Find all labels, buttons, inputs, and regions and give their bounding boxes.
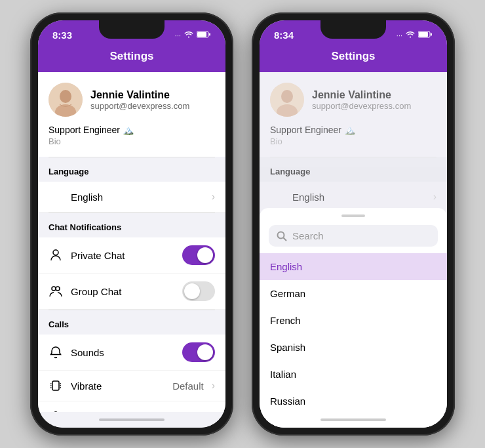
language-chevron-2: › — [433, 191, 436, 203]
home-indicator-1 — [99, 418, 165, 421]
home-bar-1 — [38, 412, 225, 428]
status-icons-1: ··· — [175, 31, 211, 39]
calls-label-1: Calls — [38, 310, 225, 335]
profile-section-2: Jennie Valintine support@devexpress.com … — [260, 72, 447, 157]
svg-point-23 — [281, 90, 293, 103]
phone-1: 8:33 ··· Settings — [30, 12, 233, 436]
notch — [99, 20, 165, 39]
search-icon — [277, 231, 287, 241]
signal-icon-2: ··· — [397, 31, 402, 39]
profile-email-2: support@devexpress.com — [312, 101, 411, 111]
vibrate-icon — [48, 378, 63, 393]
language-chevron-1: › — [212, 191, 215, 203]
svg-point-7 — [53, 192, 58, 202]
svg-rect-20 — [419, 32, 428, 37]
language-label-2: Language — [260, 157, 447, 182]
language-search-bar[interactable]: Search — [269, 225, 438, 247]
language-value-2: English — [292, 192, 425, 203]
profile-email-1: support@devexpress.com — [90, 101, 189, 111]
language-item-spanish[interactable]: Spanish — [260, 334, 447, 361]
dropdown-handle — [341, 214, 365, 217]
sounds-toggle[interactable] — [182, 342, 215, 362]
vibrate-row[interactable]: Vibrate Default › — [38, 371, 225, 401]
wifi-icon-2 — [406, 31, 415, 39]
avatar-2 — [270, 83, 304, 117]
battery-icon-2 — [418, 31, 433, 39]
profile-info-2: Jennie Valintine support@devexpress.com — [312, 89, 411, 111]
profile-role-2: Support Engineer 🏔️ — [270, 125, 436, 135]
svg-point-26 — [275, 192, 280, 202]
svg-point-6 — [50, 192, 61, 202]
search-placeholder: Search — [292, 230, 430, 241]
avatar-1 — [48, 83, 83, 117]
group-chat-label: Group Chat — [71, 286, 174, 297]
globe-icon-1 — [48, 190, 63, 204]
phone-2: 8:34 ··· Settings — [252, 12, 455, 436]
language-value-1: English — [71, 192, 204, 203]
app-header-1: Settings — [38, 46, 225, 72]
group-chat-toggle[interactable] — [182, 281, 215, 301]
status-time-1: 8:33 — [52, 30, 72, 41]
profile-bio-1: Bio — [48, 136, 215, 146]
private-chat-row: Private Chat — [38, 237, 225, 274]
status-icons-2: ··· — [397, 31, 433, 39]
bell-icon — [48, 345, 63, 359]
language-item-french[interactable]: French — [260, 307, 447, 334]
home-indicator-2 — [320, 418, 386, 421]
battery-icon — [197, 31, 211, 39]
svg-rect-21 — [431, 33, 432, 36]
profile-name-2: Jennie Valintine — [312, 89, 411, 101]
language-item-italian[interactable]: Italian — [260, 361, 447, 388]
status-time-2: 8:34 — [274, 30, 294, 41]
profile-section-1: Jennie Valintine support@devexpress.com … — [38, 72, 225, 157]
header-title-2: Settings — [331, 50, 375, 62]
svg-point-4 — [60, 90, 71, 103]
svg-line-31 — [284, 237, 287, 241]
notch-2 — [320, 20, 386, 39]
home-bar-2 — [260, 412, 447, 428]
language-label-1: Language — [38, 157, 225, 182]
svg-rect-11 — [52, 381, 59, 390]
profile-role-1: Support Engineer 🏔️ — [48, 125, 215, 135]
vibrate-value: Default — [172, 380, 204, 392]
sounds-label: Sounds — [71, 347, 174, 358]
private-chat-label: Private Chat — [71, 250, 174, 261]
svg-point-30 — [278, 232, 284, 238]
svg-rect-1 — [197, 32, 206, 37]
sounds-row: Sounds — [38, 335, 225, 371]
profile-bio-2: Bio — [270, 136, 436, 146]
language-item-english[interactable]: English — [260, 253, 447, 280]
private-chat-icon — [48, 248, 63, 262]
screen-content-1[interactable]: Jennie Valintine support@devexpress.com … — [38, 72, 225, 412]
vibrate-label: Vibrate — [71, 380, 165, 392]
private-chat-toggle[interactable] — [182, 245, 215, 265]
language-item-german[interactable]: German — [260, 280, 447, 307]
language-row-1[interactable]: English › — [38, 182, 225, 213]
svg-rect-2 — [209, 33, 210, 36]
blacklist-row[interactable]: Blacklist › — [38, 401, 225, 412]
wifi-icon — [184, 31, 193, 39]
globe-icon-2 — [270, 190, 284, 204]
svg-point-25 — [272, 192, 282, 202]
profile-info-1: Jennie Valintine support@devexpress.com — [90, 89, 189, 111]
language-item-russian[interactable]: Russian — [260, 388, 447, 415]
header-title-1: Settings — [109, 50, 153, 62]
language-dropdown[interactable]: Search English German French Spanish Ita… — [260, 208, 447, 428]
profile-name-1: Jennie Valintine — [90, 89, 189, 101]
group-chat-row: Group Chat — [38, 274, 225, 310]
group-chat-icon — [48, 284, 63, 298]
vibrate-chevron: › — [212, 380, 215, 392]
app-header-2: Settings — [260, 46, 447, 72]
chat-notif-label-1: Chat Notifications — [38, 213, 225, 237]
signal-icon: ··· — [175, 31, 181, 39]
